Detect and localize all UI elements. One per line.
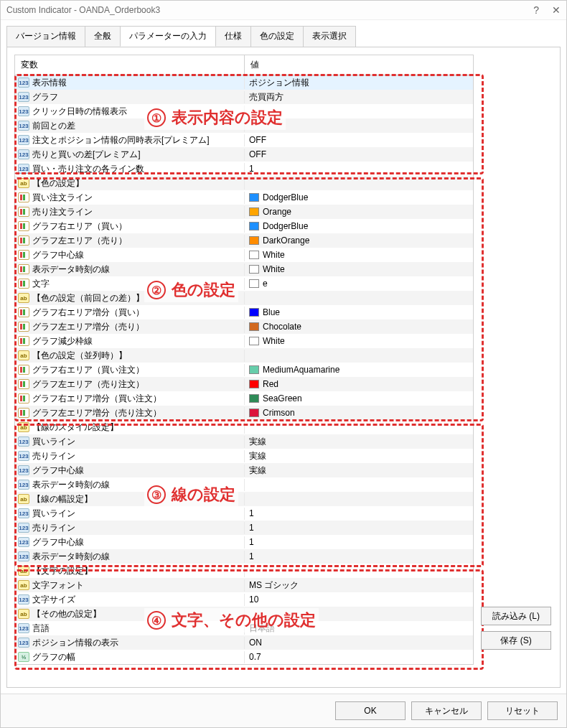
int-type-icon: 123 bbox=[18, 451, 29, 461]
ok-button[interactable]: OK bbox=[335, 701, 406, 720]
cell-value-text: 0.7 bbox=[249, 652, 261, 662]
int-type-icon: 123 bbox=[18, 465, 29, 475]
table-row[interactable]: 123売りと買いの差[プレミアム] OFF bbox=[15, 147, 473, 162]
table-row[interactable]: 123グラフ 売買両方 bbox=[15, 90, 473, 104]
cell-name-text: 【色の設定】 bbox=[32, 177, 84, 190]
tab-3[interactable]: 仕様 bbox=[215, 26, 251, 47]
cell-name-text: 表示データ時刻の線 bbox=[32, 551, 110, 563]
cell-value-text: 1 bbox=[249, 164, 254, 174]
table-row[interactable]: グラフ左エリア（売り注文） Red bbox=[15, 377, 473, 391]
cell-value-text: 日本語 bbox=[249, 622, 275, 635]
table-row[interactable]: 123グラフ中心線 実線 bbox=[15, 463, 473, 477]
table-row[interactable]: グラフ減少枠線 White bbox=[15, 334, 473, 348]
tab-2[interactable]: パラメーターの入力 bbox=[120, 26, 216, 47]
str-type-icon: ab bbox=[18, 178, 29, 188]
table-row[interactable]: 123売りライン 実線 bbox=[15, 449, 473, 463]
reset-button[interactable]: リセット bbox=[487, 701, 558, 720]
cell-name-text: 【文字の設定】 bbox=[32, 565, 93, 577]
cell-value-text: 1 bbox=[249, 551, 254, 561]
table-row[interactable]: グラフ左エリア増分（売り注文） Crimson bbox=[15, 406, 473, 420]
table-row[interactable]: ab【色の設定（並列時）】 bbox=[15, 348, 473, 363]
table-row[interactable]: ab【文字の設定】 bbox=[15, 564, 473, 578]
side-button-group: 読み込み (L) 保存 (S) bbox=[481, 607, 551, 650]
cell-name-text: 文字フォント bbox=[32, 579, 84, 592]
table-row[interactable]: ab【その他の設定】 bbox=[15, 607, 473, 621]
table-row[interactable]: 123グラフ中心線 1 bbox=[15, 535, 473, 549]
int-type-icon: 123 bbox=[18, 121, 29, 131]
cell-name-text: クリック日時の情報表示 bbox=[32, 106, 127, 118]
cell-name-text: 注文とポジション情報の同時表示[プレミアム] bbox=[32, 134, 210, 146]
table-row[interactable]: 123ポジション情報の表示 ON bbox=[15, 635, 473, 650]
cell-name-text: 文字サイズ bbox=[32, 594, 75, 606]
close-icon[interactable]: ✕ bbox=[552, 4, 561, 16]
table-row[interactable]: 123言語 日本語 bbox=[15, 621, 473, 635]
table-row[interactable]: グラフ中心線 White bbox=[15, 248, 473, 262]
table-row[interactable]: ab【色の設定（前回との差）】 bbox=[15, 291, 473, 305]
color-type-icon bbox=[18, 264, 29, 274]
int-type-icon: 123 bbox=[18, 135, 29, 145]
tab-5[interactable]: 表示選択 bbox=[303, 26, 356, 47]
cell-value-text: 実線 bbox=[249, 465, 266, 477]
table-row[interactable]: グラフ左エリア（売り） DarkOrange bbox=[15, 233, 473, 248]
table-row[interactable]: グラフ右エリア増分（買い注文） SeaGreen bbox=[15, 391, 473, 406]
table-row[interactable]: 123買い・売り注文の各ライン数 1 bbox=[15, 162, 473, 176]
color-swatch bbox=[249, 207, 259, 216]
table-row[interactable]: 123前回との差 bbox=[15, 118, 473, 133]
cell-name-text: 【線の幅設定】 bbox=[32, 493, 93, 505]
cell-name-text: グラフ左エリア（売り注文） bbox=[32, 378, 144, 391]
int-type-icon: 123 bbox=[18, 480, 29, 490]
int-type-icon: 123 bbox=[18, 149, 29, 159]
table-row[interactable]: 123表示データ時刻の線 bbox=[15, 477, 473, 492]
cell-value-text: White bbox=[263, 250, 285, 260]
table-row[interactable]: ab文字フォント MS ゴシック bbox=[15, 578, 473, 592]
table-row[interactable]: 123注文とポジション情報の同時表示[プレミアム] OFF bbox=[15, 133, 473, 147]
tab-4[interactable]: 色の設定 bbox=[250, 26, 304, 47]
load-button[interactable]: 読み込み (L) bbox=[481, 607, 551, 625]
cell-name-text: グラフ左エリア（売り） bbox=[32, 235, 127, 247]
cell-name-text: 【色の設定（並列時）】 bbox=[32, 350, 127, 362]
str-type-icon: ab bbox=[18, 609, 29, 619]
table-row[interactable]: 文字 e bbox=[15, 276, 473, 291]
cell-value-text: White bbox=[263, 336, 285, 346]
color-type-icon bbox=[18, 279, 29, 289]
cell-value-text: DodgerBlue bbox=[263, 221, 308, 231]
save-button[interactable]: 保存 (S) bbox=[481, 631, 551, 650]
color-type-icon bbox=[18, 393, 29, 403]
header-variable: 変数 bbox=[15, 55, 245, 75]
table-row[interactable]: 123表示データ時刻の線 1 bbox=[15, 549, 473, 564]
color-type-icon bbox=[18, 250, 29, 260]
str-type-icon: ab bbox=[18, 422, 29, 432]
table-row[interactable]: 123クリック日時の情報表示 bbox=[15, 104, 473, 118]
table-row[interactable]: 売り注文ライン Orange bbox=[15, 205, 473, 219]
table-row[interactable]: 123文字サイズ 10 bbox=[15, 592, 473, 607]
cell-value-text: ON bbox=[249, 638, 262, 648]
cancel-button[interactable]: キャンセル bbox=[411, 701, 482, 720]
color-swatch bbox=[249, 251, 259, 259]
table-row[interactable]: 123買いライン 1 bbox=[15, 506, 473, 521]
cell-name-text: 売りライン bbox=[32, 522, 75, 534]
cell-name-text: 前回との差 bbox=[32, 120, 75, 132]
cell-value-text: 1 bbox=[249, 523, 254, 533]
table-row[interactable]: 表示データ時刻の線 White bbox=[15, 262, 473, 276]
help-icon[interactable]: ? bbox=[533, 4, 539, 16]
str-type-icon: ab bbox=[18, 566, 29, 576]
grid-header: 変数 値 bbox=[15, 55, 473, 75]
table-row[interactable]: 買い注文ライン DodgerBlue bbox=[15, 190, 473, 205]
table-row[interactable]: 123売りライン 1 bbox=[15, 521, 473, 535]
color-swatch bbox=[249, 193, 259, 202]
table-row[interactable]: 123買いライン 実線 bbox=[15, 434, 473, 449]
cell-name-text: 表示データ時刻の線 bbox=[32, 479, 110, 491]
tab-1[interactable]: 全般 bbox=[85, 26, 121, 47]
parameter-grid: 変数 値 123表示情報 ポジション情報 123グラフ 売買両方 123クリック… bbox=[14, 55, 474, 665]
table-row[interactable]: グラフ右エリア（買い注文） MediumAquamarine bbox=[15, 363, 473, 377]
table-row[interactable]: ab【色の設定】 bbox=[15, 176, 473, 190]
table-row[interactable]: ab【線の幅設定】 bbox=[15, 492, 473, 506]
table-row[interactable]: 123表示情報 ポジション情報 bbox=[15, 75, 473, 90]
table-row[interactable]: グラフ右エリア（買い） DodgerBlue bbox=[15, 219, 473, 233]
table-row[interactable]: グラフ右エリア増分（買い） Blue bbox=[15, 305, 473, 319]
cell-value-text: DarkOrange bbox=[263, 235, 309, 246]
tab-0[interactable]: バージョン情報 bbox=[6, 26, 85, 47]
table-row[interactable]: ½グラフの幅 0.7 bbox=[15, 650, 473, 664]
table-row[interactable]: グラフ左エリア増分（売り） Chocolate bbox=[15, 319, 473, 334]
table-row[interactable]: ab【線のスタイル設定】 bbox=[15, 420, 473, 434]
